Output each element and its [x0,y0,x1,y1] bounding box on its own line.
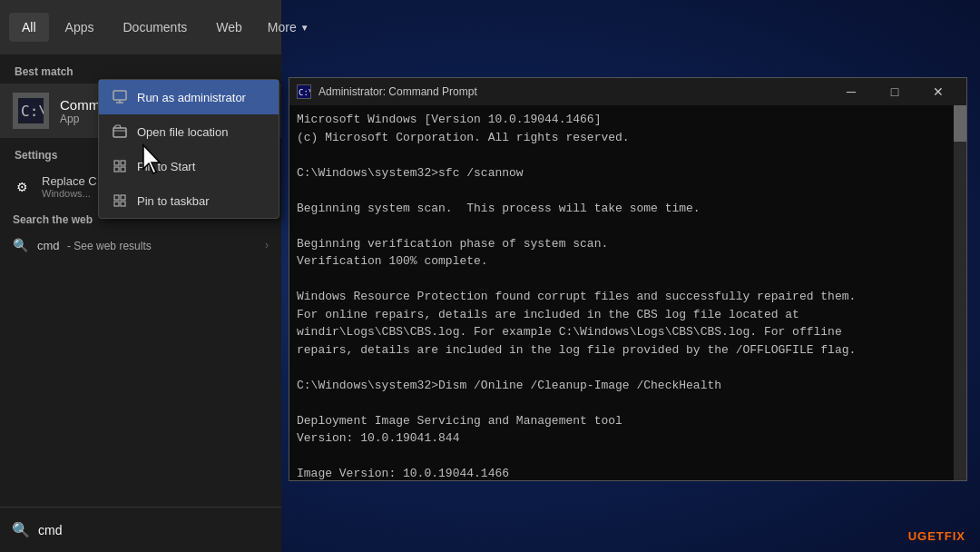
watermark: UGETFIX [908,529,965,543]
cmd-scrollbar[interactable] [954,105,966,480]
cmd-app-icon: C:\ [13,93,49,129]
svg-rect-9 [121,167,125,172]
svg-rect-10 [114,195,119,200]
pin-start-icon [112,158,128,174]
nav-tabs: All Apps Documents Web More ▼ [0,0,281,54]
web-search-icon: 🔍 [13,238,28,252]
svg-rect-5 [113,128,126,137]
cmd-content: Microsoft Windows [Version 10.0.19044.14… [289,105,966,480]
context-pin-start[interactable]: Pin to Start [99,149,279,183]
cmd-close-button[interactable]: ✕ [917,78,959,105]
cmd-output-text: Microsoft Windows [Version 10.0.19044.14… [297,111,959,480]
tab-more[interactable]: More ▼ [259,13,318,42]
cmd-window-title: Administrator: Command Prompt [318,85,823,98]
tab-all[interactable]: All [9,13,49,42]
svg-rect-2 [113,91,126,100]
svg-text:C:\: C:\ [21,103,44,120]
web-arrow-icon: › [265,239,269,251]
web-result-cmd[interactable]: 🔍 cmd - See web results › [0,230,281,261]
tab-apps[interactable]: Apps [53,13,107,42]
web-result-sub: - See web results [67,240,152,252]
cmd-window-icon: C:\ [297,84,311,99]
tab-documents[interactable]: Documents [110,13,200,42]
web-result-info: cmd - See web results [37,237,152,253]
context-menu: Run as administrator Open file location … [98,79,279,219]
svg-text:C:\: C:\ [299,88,310,97]
cmd-window: C:\ Administrator: Command Prompt ─ □ ✕ … [289,77,967,481]
run-admin-icon [112,89,128,105]
context-open-location[interactable]: Open file location [99,114,279,149]
tab-web[interactable]: Web [203,13,255,42]
cmd-minimize-button[interactable]: ─ [830,78,872,105]
cmd-titlebar: C:\ Administrator: Command Prompt ─ □ ✕ [289,78,966,105]
svg-rect-12 [114,202,119,206]
pin-taskbar-icon [112,192,128,209]
open-location-icon [112,123,128,140]
watermark-accent: GET [917,529,945,543]
cmd-scrollbar-thumb[interactable] [954,105,966,142]
svg-rect-13 [121,202,125,206]
pin-start-label: Pin to Start [137,160,195,173]
web-result-cmd-text: cmd [37,239,60,252]
taskbar-search-input[interactable] [38,523,270,537]
context-run-admin[interactable]: Run as administrator [99,80,279,114]
context-pin-taskbar[interactable]: Pin to taskbar [99,183,279,218]
watermark-prefix: U [908,529,917,543]
svg-rect-7 [121,161,125,165]
taskbar-search-icon: 🔍 [11,520,31,540]
svg-rect-6 [114,161,119,165]
cmd-maximize-button[interactable]: □ [874,78,916,105]
settings-gear-icon: ⚙ [13,178,31,196]
svg-rect-11 [121,195,125,200]
taskbar-search: 🔍 [0,507,281,552]
cmd-controls: ─ □ ✕ [830,78,959,105]
watermark-suffix: FIX [945,529,965,543]
open-location-label: Open file location [137,125,228,139]
svg-rect-8 [114,167,119,172]
run-admin-label: Run as administrator [137,91,246,104]
pin-taskbar-label: Pin to taskbar [137,194,210,208]
more-arrow-icon: ▼ [300,23,309,33]
